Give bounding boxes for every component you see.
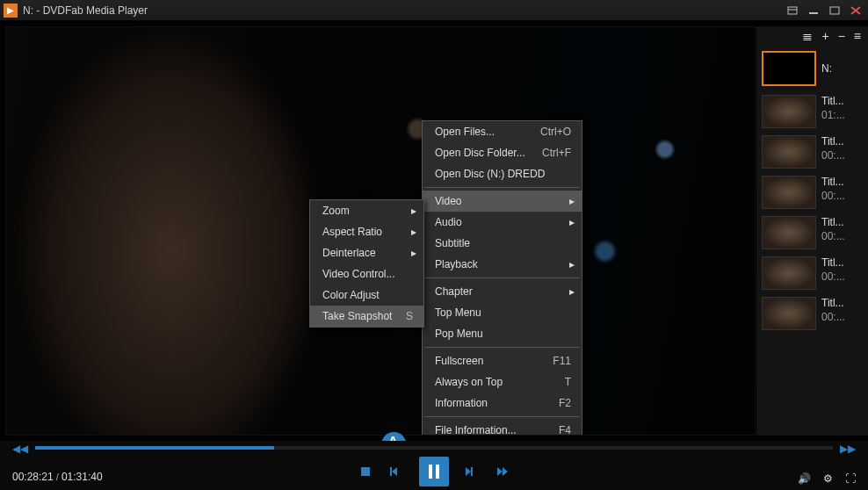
- svg-marker-11: [466, 467, 471, 476]
- context-menu-item[interactable]: FullscreenF11: [423, 350, 582, 371]
- video-submenu-item[interactable]: Aspect Ratio▸: [310, 221, 423, 242]
- playlist-item-duration: 00:...: [821, 149, 845, 162]
- context-menu-item[interactable]: Subtitle: [423, 233, 582, 254]
- transport-buttons: [356, 457, 512, 486]
- volume-icon[interactable]: 🔊: [798, 472, 811, 485]
- menu-separator: [424, 277, 580, 278]
- video-submenu-item[interactable]: Color Adjust: [310, 285, 423, 306]
- video-submenu-item[interactable]: Take SnapshotS: [310, 306, 423, 327]
- context-menu-item[interactable]: Open Disc (N:) DREDD: [423, 163, 582, 184]
- seek-bar[interactable]: [35, 446, 833, 450]
- menu-item-shortcut: Ctrl+O: [540, 126, 571, 138]
- playlist-item[interactable]: Titl...00:...: [756, 253, 868, 293]
- menu-item-label: Subtitle: [435, 237, 470, 249]
- menu-item-shortcut: Ctrl+F: [542, 147, 571, 159]
- menu-item-shortcut: S: [406, 310, 413, 322]
- context-menu-item[interactable]: Playback▸: [423, 254, 582, 275]
- video-submenu-item[interactable]: Zoom▸: [310, 200, 423, 221]
- stop-button[interactable]: [356, 462, 375, 481]
- context-menu-item[interactable]: InformationF2: [423, 393, 582, 414]
- next-button[interactable]: [461, 462, 481, 481]
- skip-end-button[interactable]: [493, 462, 512, 481]
- menu-item-label: Deinterlace: [322, 247, 376, 259]
- playlist-item-title: Titl...: [821, 135, 845, 148]
- context-menu-item[interactable]: Pop Menu: [423, 323, 582, 344]
- seek-back-button[interactable]: ◀◀: [12, 443, 28, 455]
- playlist-thumbnail: [762, 297, 816, 330]
- playlist-item-meta: Titl...00:...: [821, 216, 845, 242]
- context-menu-item[interactable]: Top Menu: [423, 302, 582, 323]
- menu-item-shortcut: F2: [559, 397, 571, 409]
- svg-rect-0: [788, 7, 797, 14]
- context-menu-item[interactable]: Video▸: [423, 191, 582, 212]
- playlist-item[interactable]: Titl...00:...: [756, 213, 868, 253]
- svg-rect-9: [429, 465, 432, 479]
- menu-item-label: Pop Menu: [435, 328, 483, 340]
- playlist-item-duration: 00:...: [821, 311, 845, 323]
- svg-rect-3: [830, 7, 839, 14]
- playlist-list-icon[interactable]: ≣: [802, 30, 813, 46]
- settings-icon[interactable]: ⚙: [823, 472, 833, 485]
- total-time: 01:31:40: [61, 471, 103, 483]
- menu-item-label: Open Disc (N:) DREDD: [435, 168, 545, 180]
- playlist-item[interactable]: Titl...00:...: [756, 293, 868, 334]
- playlist-menu-icon[interactable]: ≡: [854, 30, 861, 46]
- context-menu-item[interactable]: Open Disc Folder...Ctrl+F: [423, 142, 582, 163]
- menu-item-shortcut: F4: [559, 424, 571, 436]
- playlist-item-duration: 00:...: [821, 230, 845, 242]
- playlist-item[interactable]: Titl...01:...: [756, 91, 868, 132]
- playlist-thumbnail: [762, 95, 816, 128]
- menu-item-shortcut: F11: [553, 355, 571, 367]
- playlist-thumbnail: [762, 176, 816, 209]
- titlebar: ▶ N: - DVDFab Media Player: [0, 0, 868, 21]
- playlist-item-meta: Titl...00:...: [821, 135, 845, 162]
- minimize-button[interactable]: [805, 4, 822, 18]
- playlist-item-meta: Titl...00:...: [821, 176, 845, 202]
- context-menu-item[interactable]: Audio▸: [423, 212, 582, 233]
- menu-item-label: Zoom: [322, 205, 350, 217]
- svg-marker-13: [497, 467, 503, 476]
- context-menu-item[interactable]: Open Files...Ctrl+O: [423, 121, 582, 142]
- playlist-item[interactable]: Titl...00:...: [756, 172, 868, 213]
- video-viewport[interactable]: Open Files...Ctrl+OOpen Disc Folder...Ct…: [5, 26, 756, 436]
- playlist-item-title: Titl...: [821, 95, 845, 107]
- playlist-add-icon[interactable]: +: [821, 30, 828, 46]
- compact-view-button[interactable]: [784, 4, 801, 18]
- seek-forward-button[interactable]: ▶▶: [840, 443, 856, 455]
- menu-item-label: File Information...: [435, 424, 517, 436]
- submenu-arrow-icon: ▸: [411, 226, 416, 238]
- svg-rect-12: [471, 467, 473, 476]
- playlist-item-meta: Titl...00:...: [821, 256, 845, 283]
- svg-rect-10: [436, 465, 439, 479]
- playlist-item[interactable]: Titl...00:...: [756, 132, 868, 172]
- maximize-button[interactable]: [826, 4, 843, 18]
- playlist-list: Titl...01:...Titl...00:...Titl...00:...T…: [756, 91, 868, 436]
- submenu-arrow-icon: ▸: [569, 216, 575, 228]
- menu-item-label: Open Files...: [435, 126, 495, 138]
- menu-item-label: Playback: [435, 258, 478, 270]
- menu-separator: [424, 347, 580, 348]
- context-menu-item: File Information...F4: [423, 420, 582, 436]
- menu-item-label: Audio: [435, 216, 462, 228]
- playlist-item-meta: Titl...01:...: [821, 95, 845, 121]
- playlist-current[interactable]: N:: [756, 46, 868, 91]
- video-submenu-item[interactable]: Deinterlace▸: [310, 242, 423, 263]
- fullscreen-icon[interactable]: ⛶: [845, 472, 856, 485]
- playlist-item-title: Titl...: [821, 176, 845, 188]
- main-area: Open Files...Ctrl+OOpen Disc Folder...Ct…: [0, 21, 868, 436]
- context-menu-item[interactable]: Always on TopT: [423, 371, 582, 393]
- context-menu-item[interactable]: Chapter▸: [423, 281, 582, 302]
- prev-button[interactable]: [387, 462, 407, 481]
- menu-item-label: Fullscreen: [435, 355, 483, 367]
- timecode: 00:28:21 / 01:31:40: [12, 471, 103, 483]
- menu-item-label: Video Control...: [322, 268, 395, 280]
- current-time: 00:28:21: [12, 471, 54, 483]
- context-submenu-video: Zoom▸Aspect Ratio▸Deinterlace▸Video Cont…: [309, 199, 424, 328]
- playlist-toolbar: ≣ + − ≡: [756, 26, 868, 46]
- pause-button[interactable]: [419, 457, 449, 486]
- playlist-remove-icon[interactable]: −: [838, 30, 845, 46]
- close-button[interactable]: [847, 4, 864, 18]
- video-submenu-item[interactable]: Video Control...: [310, 263, 423, 285]
- submenu-arrow-icon: ▸: [569, 258, 575, 270]
- playlist-thumbnail: [762, 256, 816, 290]
